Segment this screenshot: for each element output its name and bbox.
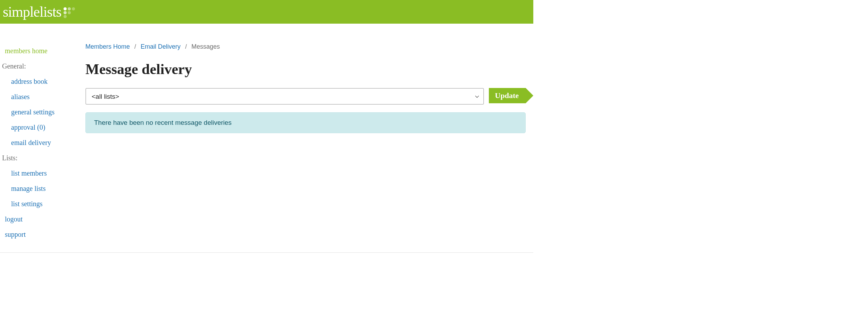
sidebar-item-general-settings[interactable]: general settings (1, 104, 85, 120)
breadcrumb: Members Home / Email Delivery / Messages (85, 43, 526, 50)
site-header: simplelists (0, 0, 533, 24)
sidebar-item-support[interactable]: support (1, 227, 85, 242)
sidebar-item-address-book[interactable]: address book (1, 74, 85, 89)
brand-dots-icon (64, 7, 75, 19)
info-alert-text: There have been no recent message delive… (94, 119, 232, 126)
breadcrumb-separator: / (185, 43, 187, 50)
breadcrumb-home[interactable]: Members Home (85, 43, 130, 50)
update-button[interactable]: Update (489, 88, 526, 103)
brand-name: simplelists (3, 3, 61, 20)
sidebar-section-lists: Lists: (1, 150, 85, 166)
main-content: Members Home / Email Delivery / Messages… (85, 43, 533, 242)
breadcrumb-current: Messages (191, 43, 220, 50)
sidebar-item-list-members[interactable]: list members (1, 166, 85, 181)
info-alert: There have been no recent message delive… (85, 112, 526, 133)
breadcrumb-separator: / (134, 43, 136, 50)
sidebar-item-list-settings[interactable]: list settings (1, 196, 85, 211)
sidebar-nav: members home General: address book alias… (1, 43, 85, 242)
sidebar-item-aliases[interactable]: aliases (1, 89, 85, 104)
sidebar-item-approval[interactable]: approval (0) (1, 120, 85, 135)
sidebar-section-general: General: (1, 58, 85, 74)
sidebar-item-members-home[interactable]: members home (1, 43, 85, 58)
list-select-wrap: <all lists> (85, 88, 484, 105)
sidebar-item-manage-lists[interactable]: manage lists (1, 181, 85, 196)
breadcrumb-email-delivery[interactable]: Email Delivery (141, 43, 181, 50)
brand-logo[interactable]: simplelists (3, 3, 75, 20)
sidebar-item-logout[interactable]: logout (1, 211, 85, 227)
update-button-label: Update (495, 91, 519, 100)
page-title: Message delivery (85, 61, 526, 78)
sidebar-item-email-delivery[interactable]: email delivery (1, 135, 85, 150)
list-select[interactable]: <all lists> (86, 89, 483, 104)
